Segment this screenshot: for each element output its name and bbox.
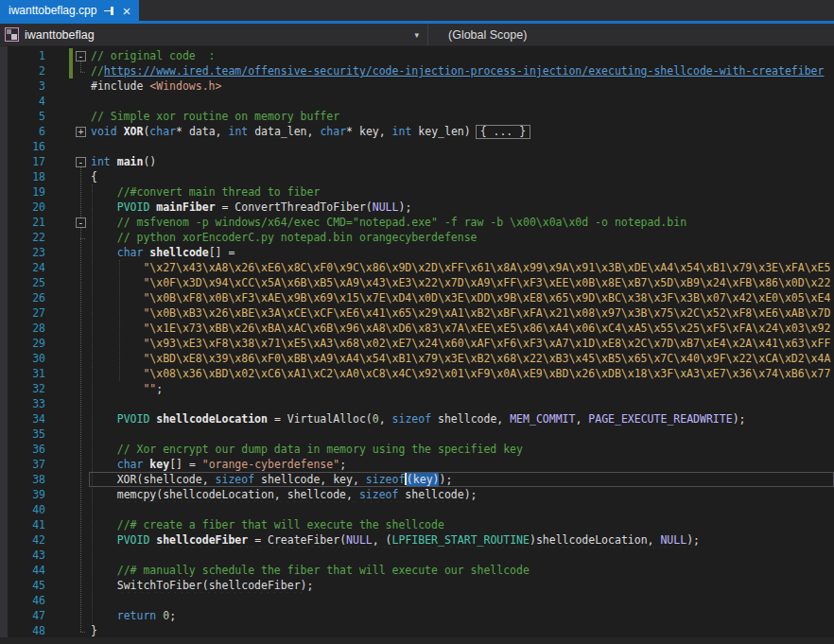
fold-expand-icon[interactable]: +: [76, 127, 86, 137]
line-number[interactable]: 34: [8, 411, 45, 426]
code-editor[interactable]: 1-// original code :2//https://www.ired.…: [0, 46, 834, 644]
line-number[interactable]: 28: [8, 321, 45, 336]
code-text[interactable]: PVOID shellcodeLocation = VirtualAlloc(0…: [89, 411, 834, 426]
line-number[interactable]: 35: [8, 426, 45, 442]
code-text[interactable]: return 0;: [89, 608, 834, 623]
line-number[interactable]: 1: [8, 48, 45, 63]
code-text[interactable]: "\x08\x36\xBD\x02\xC6\xA1\xC2\xA0\xC8\x4…: [89, 366, 834, 381]
project-dropdown[interactable]: iwanttobeflag ▾: [0, 24, 427, 45]
fold-margin: [73, 94, 89, 109]
code-text[interactable]: //#convert main thread to fiber: [89, 184, 834, 200]
chevron-down-icon[interactable]: ▾: [414, 30, 427, 40]
code-text[interactable]: // msfvenom -p windows/x64/exec CMD="not…: [89, 215, 834, 230]
change-track-margin: [45, 472, 73, 487]
scope-dropdown[interactable]: (Global Scope): [428, 24, 834, 45]
line-number[interactable]: 18: [8, 169, 45, 184]
line-number[interactable]: 5: [8, 109, 45, 124]
line-number[interactable]: 16: [8, 139, 45, 154]
collapsed-region-box[interactable]: { ... }: [476, 125, 530, 139]
line-number[interactable]: 44: [8, 563, 45, 578]
line-number[interactable]: 27: [8, 305, 45, 321]
line-number[interactable]: 25: [8, 275, 45, 290]
line-number[interactable]: 21: [8, 215, 45, 230]
code-text[interactable]: "\x0B\xB3\x26\xBE\x3A\xCE\xCF\xE6\x41\x6…: [89, 305, 834, 321]
fold-margin: -: [73, 154, 89, 169]
line-number[interactable]: 4: [8, 94, 45, 109]
code-text[interactable]: //# manually schedule the fiber that wil…: [89, 563, 834, 578]
code-text[interactable]: XOR(shellcode, sizeof shellcode, key, si…: [89, 472, 834, 487]
code-text[interactable]: //# create a fiber that will execute the…: [89, 517, 834, 532]
line-number[interactable]: 37: [8, 457, 45, 472]
fold-collapse-icon[interactable]: -: [76, 157, 86, 167]
line-number[interactable]: 39: [8, 487, 45, 502]
line-number[interactable]: 29: [8, 336, 45, 351]
code-text[interactable]: "";: [89, 381, 834, 396]
code-text[interactable]: // Xor encrypt our dump data in memory u…: [89, 442, 834, 457]
fold-margin: [73, 109, 89, 124]
hyperlink-text[interactable]: https://www.ired.team/offensive-security…: [104, 64, 825, 78]
tab-iwanttobeflag[interactable]: iwanttobeflag.cpp ×: [0, 0, 139, 21]
code-text[interactable]: SwitchToFiber(shellcodeFiber);: [89, 578, 834, 593]
line-number[interactable]: 24: [8, 260, 45, 275]
line-number[interactable]: 23: [8, 245, 45, 260]
code-text[interactable]: //https://www.ired.team/offensive-securi…: [89, 63, 834, 78]
line-number[interactable]: 46: [8, 593, 45, 608]
code-text[interactable]: [89, 94, 834, 109]
line-number[interactable]: 47: [8, 608, 45, 623]
line-number[interactable]: 41: [8, 517, 45, 532]
code-text[interactable]: "\x93\xE3\xF8\x38\x71\xE5\xA3\x68\x02\xE…: [89, 336, 834, 351]
line-number[interactable]: 30: [8, 351, 45, 366]
code-text[interactable]: char shellcode[] =: [89, 245, 834, 260]
code-text[interactable]: [89, 396, 834, 411]
code-text[interactable]: "\x0F\x3D\x94\xCC\x5A\x6B\xB5\xA9\x43\xE…: [89, 275, 834, 290]
code-text[interactable]: "\xBD\xE8\x39\x86\xF0\xBB\xA9\xA4\x54\xB…: [89, 351, 834, 366]
close-icon[interactable]: ×: [122, 6, 130, 16]
code-text[interactable]: // python xorEncoderC.py notepad.bin ora…: [89, 230, 834, 245]
line-number[interactable]: 33: [8, 396, 45, 411]
code-text[interactable]: char key[] = "orange-cyberdefense";: [89, 457, 834, 472]
line-number[interactable]: 19: [8, 184, 45, 200]
line-number[interactable]: 38: [8, 472, 45, 487]
code-text[interactable]: "\x1E\x73\xBB\x26\xBA\xAC\x6B\x96\xA8\xD…: [89, 321, 834, 336]
line-number[interactable]: 22: [8, 230, 45, 245]
code-text[interactable]: void XOR(char* data, int data_len, char*…: [89, 124, 834, 139]
fold-collapse-icon[interactable]: -: [76, 218, 86, 228]
line-number[interactable]: 31: [8, 366, 45, 381]
line-number[interactable]: 2: [8, 63, 45, 78]
line-number[interactable]: 43: [8, 548, 45, 563]
code-text[interactable]: {: [89, 169, 834, 184]
code-text[interactable]: #include <Windows.h>: [89, 78, 834, 94]
code-text[interactable]: [89, 593, 834, 608]
fold-collapse-icon[interactable]: -: [76, 51, 86, 61]
code-text[interactable]: int main(): [89, 154, 834, 169]
code-text[interactable]: memcpy(shellcodeLocation, shellcode, siz…: [89, 487, 834, 502]
code-text[interactable]: PVOID mainFiber = ConvertThreadToFiber(N…: [89, 200, 834, 215]
pin-icon[interactable]: [104, 6, 114, 16]
code-text[interactable]: "\x27\x43\xA8\x26\xE6\x8C\xF0\x9C\x86\x9…: [89, 260, 834, 275]
line-number[interactable]: 40: [8, 502, 45, 517]
fold-margin: [73, 321, 89, 336]
breakpoint-margin[interactable]: [0, 46, 8, 644]
code-text[interactable]: // Simple xor routine on memory buffer: [89, 109, 834, 124]
line-number[interactable]: 36: [8, 442, 45, 457]
line-number[interactable]: 42: [8, 532, 45, 548]
code-text[interactable]: [89, 548, 834, 563]
code-text[interactable]: [89, 502, 834, 517]
code-text[interactable]: "\x0B\xF8\x0B\xF3\xAE\x9B\x69\x15\x7E\xD…: [89, 290, 834, 305]
line-number[interactable]: 20: [8, 200, 45, 215]
line-number[interactable]: 3: [8, 78, 45, 94]
code-line-4: 4: [0, 94, 834, 109]
change-track-margin: [45, 275, 73, 290]
code-text[interactable]: [89, 139, 834, 154]
line-number[interactable]: 45: [8, 578, 45, 593]
line-number[interactable]: 17: [8, 154, 45, 169]
line-number[interactable]: 48: [8, 623, 45, 638]
line-number[interactable]: 26: [8, 290, 45, 305]
line-number[interactable]: 6: [8, 124, 45, 139]
code-text[interactable]: [89, 426, 834, 442]
code-text[interactable]: // original code :: [89, 48, 834, 63]
code-text[interactable]: PVOID shellcodeFiber = CreateFiber(NULL,…: [89, 532, 834, 548]
code-text[interactable]: }: [89, 623, 834, 638]
horizontal-scrollbar-track[interactable]: [0, 637, 834, 644]
line-number[interactable]: 32: [8, 381, 45, 396]
